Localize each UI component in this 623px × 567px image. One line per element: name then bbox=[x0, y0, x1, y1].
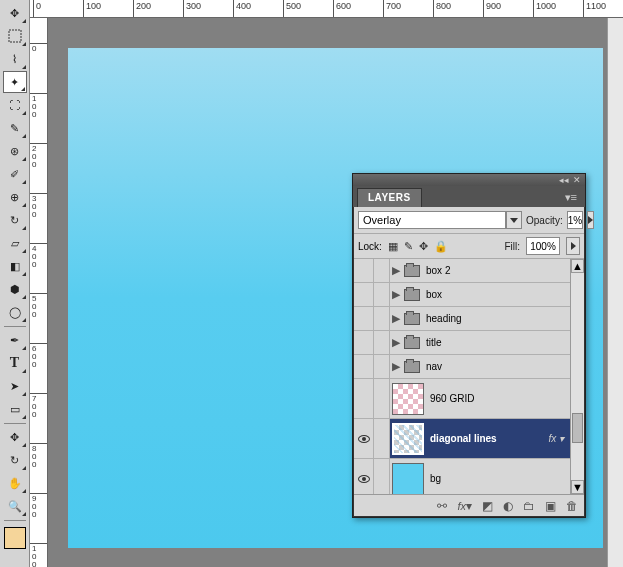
panel-close-icon[interactable]: ✕ bbox=[573, 175, 581, 185]
fill-field[interactable]: 100% bbox=[526, 237, 560, 255]
brush-tool[interactable]: ✐ bbox=[3, 163, 27, 185]
link-column[interactable] bbox=[374, 459, 390, 494]
expand-icon[interactable]: ▶ bbox=[392, 360, 402, 373]
layer-style-icon[interactable]: fx▾ bbox=[457, 499, 472, 513]
blend-mode-dropdown-icon[interactable] bbox=[506, 211, 522, 229]
opacity-flyout-icon[interactable] bbox=[587, 211, 594, 229]
delete-layer-icon[interactable]: 🗑 bbox=[566, 499, 578, 513]
layer-name[interactable]: bg bbox=[430, 473, 441, 484]
horizontal-ruler: 010020030040050060070080090010001100 bbox=[30, 0, 623, 18]
layer-name[interactable]: diagonal lines bbox=[430, 433, 497, 444]
shape-tool[interactable]: ▭ bbox=[3, 398, 27, 420]
main-scrollbar-vertical[interactable] bbox=[607, 18, 623, 567]
expand-icon[interactable]: ▶ bbox=[392, 264, 402, 277]
layer-row[interactable]: ▶nav bbox=[354, 355, 584, 379]
fx-badge[interactable]: fx ▾ bbox=[548, 433, 564, 444]
expand-icon[interactable]: ▶ bbox=[392, 288, 402, 301]
layer-name[interactable]: nav bbox=[426, 361, 442, 372]
layer-row[interactable]: ▶box bbox=[354, 283, 584, 307]
zoom-tool[interactable]: 🔍 bbox=[3, 495, 27, 517]
opacity-field[interactable]: 1% bbox=[567, 211, 583, 229]
3d-tool[interactable]: ✥ bbox=[3, 426, 27, 448]
folder-icon bbox=[404, 289, 420, 301]
fill-flyout-icon[interactable] bbox=[566, 237, 580, 255]
panel-header[interactable]: ◂◂ ✕ bbox=[353, 174, 585, 186]
layer-name[interactable]: box 2 bbox=[426, 265, 450, 276]
lock-all-icon[interactable]: 🔒 bbox=[434, 240, 448, 253]
layer-name[interactable]: heading bbox=[426, 313, 462, 324]
link-column[interactable] bbox=[374, 379, 390, 418]
3d-camera-tool[interactable]: ↻ bbox=[3, 449, 27, 471]
layer-thumbnail[interactable] bbox=[392, 383, 424, 415]
layers-tab[interactable]: LAYERS bbox=[357, 188, 422, 207]
blur-tool[interactable]: ⬢ bbox=[3, 278, 27, 300]
adjustment-layer-icon[interactable]: ◐ bbox=[503, 499, 513, 513]
link-column[interactable] bbox=[374, 355, 390, 378]
layer-list: ▶box 2▶box▶heading▶title▶nav960 GRIDdiag… bbox=[354, 259, 584, 494]
folder-icon bbox=[404, 337, 420, 349]
eraser-tool[interactable]: ▱ bbox=[3, 232, 27, 254]
layer-row[interactable]: ▶heading bbox=[354, 307, 584, 331]
layer-name[interactable]: box bbox=[426, 289, 442, 300]
layer-list-scrollbar[interactable]: ▲ ▼ bbox=[570, 259, 584, 494]
layer-row[interactable]: bg bbox=[354, 459, 584, 494]
lock-row: Lock: ▦ ✎ ✥ 🔒 Fill: 100% bbox=[354, 233, 584, 259]
new-layer-icon[interactable]: ▣ bbox=[545, 499, 556, 513]
layer-mask-icon[interactable]: ◩ bbox=[482, 499, 493, 513]
lock-pixels-icon[interactable]: ✎ bbox=[404, 240, 413, 253]
link-layers-icon[interactable]: ⚯ bbox=[437, 499, 447, 513]
healing-brush-tool[interactable]: ⊛ bbox=[3, 140, 27, 162]
visibility-toggle[interactable] bbox=[354, 307, 374, 330]
layer-row[interactable]: ▶title bbox=[354, 331, 584, 355]
hand-tool[interactable]: ✋ bbox=[3, 472, 27, 494]
layer-thumbnail[interactable] bbox=[392, 463, 424, 495]
foreground-color-swatch[interactable] bbox=[4, 527, 26, 549]
gradient-tool[interactable]: ◧ bbox=[3, 255, 27, 277]
folder-icon bbox=[404, 361, 420, 373]
expand-icon[interactable]: ▶ bbox=[392, 336, 402, 349]
visibility-toggle[interactable] bbox=[354, 355, 374, 378]
move-tool[interactable]: ✥ bbox=[3, 2, 27, 24]
dodge-tool[interactable]: ◯ bbox=[3, 301, 27, 323]
panel-footer: ⚯ fx▾ ◩ ◐ 🗀 ▣ 🗑 bbox=[354, 494, 584, 516]
expand-icon[interactable]: ▶ bbox=[392, 312, 402, 325]
clone-stamp-tool[interactable]: ⊕ bbox=[3, 186, 27, 208]
visibility-toggle[interactable] bbox=[354, 331, 374, 354]
lasso-tool[interactable]: ⌇ bbox=[3, 48, 27, 70]
magic-wand-tool[interactable]: ✦ bbox=[3, 71, 27, 93]
blend-mode-row: Opacity: 1% bbox=[354, 207, 584, 233]
eyedropper-tool[interactable]: ✎ bbox=[3, 117, 27, 139]
visibility-toggle[interactable] bbox=[354, 379, 374, 418]
layer-row[interactable]: ▶box 2 bbox=[354, 259, 584, 283]
link-column[interactable] bbox=[374, 259, 390, 282]
visibility-toggle[interactable] bbox=[354, 259, 374, 282]
link-column[interactable] bbox=[374, 283, 390, 306]
type-tool[interactable]: T bbox=[3, 352, 27, 374]
panel-menu-icon[interactable]: ▾≡ bbox=[561, 188, 581, 207]
link-column[interactable] bbox=[374, 307, 390, 330]
layer-name[interactable]: title bbox=[426, 337, 442, 348]
marquee-tool[interactable] bbox=[3, 25, 27, 47]
history-brush-tool[interactable]: ↻ bbox=[3, 209, 27, 231]
lock-position-icon[interactable]: ✥ bbox=[419, 240, 428, 253]
pen-tool[interactable]: ✒ bbox=[3, 329, 27, 351]
folder-icon bbox=[404, 313, 420, 325]
layer-thumbnail[interactable] bbox=[392, 423, 424, 455]
new-group-icon[interactable]: 🗀 bbox=[523, 499, 535, 513]
opacity-label: Opacity: bbox=[526, 215, 563, 226]
path-selection-tool[interactable]: ➤ bbox=[3, 375, 27, 397]
link-column[interactable] bbox=[374, 331, 390, 354]
lock-transparency-icon[interactable]: ▦ bbox=[388, 240, 398, 253]
layer-name[interactable]: 960 GRID bbox=[430, 393, 474, 404]
visibility-toggle[interactable] bbox=[354, 459, 374, 494]
visibility-toggle[interactable] bbox=[354, 283, 374, 306]
layer-row[interactable]: diagonal linesfx ▾ bbox=[354, 419, 584, 459]
blend-mode-select[interactable] bbox=[358, 211, 506, 229]
panel-collapse-icon[interactable]: ◂◂ bbox=[559, 175, 569, 185]
visibility-toggle[interactable] bbox=[354, 419, 374, 458]
svg-rect-0 bbox=[9, 30, 21, 42]
crop-tool[interactable]: ⛶ bbox=[3, 94, 27, 116]
layer-row[interactable]: 960 GRID bbox=[354, 379, 584, 419]
fill-label: Fill: bbox=[504, 241, 520, 252]
link-column[interactable] bbox=[374, 419, 390, 458]
